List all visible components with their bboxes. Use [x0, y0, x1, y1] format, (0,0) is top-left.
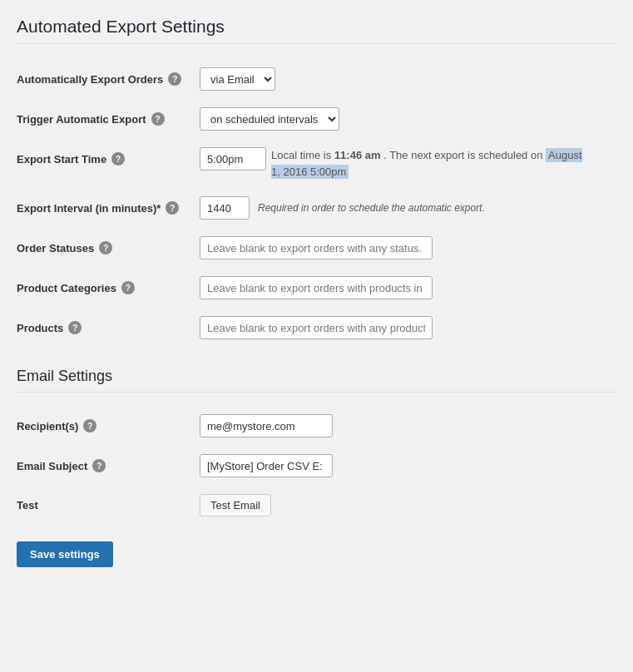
time-note-mid: . The next export is scheduled on: [383, 149, 542, 161]
order-statuses-td: [200, 228, 616, 268]
products-td: [200, 308, 616, 348]
order-statuses-label: Order Statuses ?: [17, 228, 200, 268]
auto-export-label: Automatically Export Orders ?: [17, 59, 200, 99]
auto-export-select[interactable]: via Email via FTP Disabled: [200, 67, 275, 91]
automated-export-settings-table: Automatically Export Orders ? via Email …: [17, 59, 616, 348]
trigger-label: Trigger Automatic Export ?: [17, 99, 200, 139]
trigger-td: on scheduled intervals immediately disab…: [200, 99, 616, 139]
test-label: Test: [17, 486, 200, 525]
email-subject-row: Email Subject ?: [17, 446, 616, 486]
export-interval-input[interactable]: [200, 196, 250, 220]
time-note-prefix: Local time is: [271, 149, 331, 161]
auto-export-td: via Email via FTP Disabled: [200, 59, 616, 99]
product-categories-td: [200, 268, 616, 308]
export-interval-help-icon[interactable]: ?: [166, 201, 179, 215]
recipients-label: Recipient(s) ?: [17, 406, 200, 446]
trigger-help-icon[interactable]: ?: [151, 112, 165, 126]
products-help-icon[interactable]: ?: [68, 321, 82, 334]
email-settings-title: Email Settings: [17, 368, 616, 393]
export-start-time-help-icon[interactable]: ?: [111, 152, 125, 166]
test-td: Test Email: [200, 486, 616, 525]
email-subject-help-icon[interactable]: ?: [92, 459, 106, 472]
order-statuses-row: Order Statuses ?: [17, 228, 616, 268]
product-categories-row: Product Categories ?: [17, 268, 616, 308]
product-categories-label: Product Categories ?: [17, 268, 200, 308]
email-subject-input[interactable]: [200, 454, 333, 477]
page-title: Automated Export Settings: [17, 17, 616, 44]
export-interval-label: Export Interval (in minutes)* ?: [17, 188, 200, 228]
export-start-time-row: Export Start Time ? Local time is 11:46 …: [17, 139, 616, 188]
export-interval-td: Required in order to schedule the automa…: [200, 188, 616, 228]
order-statuses-help-icon[interactable]: ?: [99, 241, 112, 254]
local-time-value: 11:46 am: [334, 149, 381, 161]
products-label: Products ?: [17, 308, 200, 348]
product-categories-help-icon[interactable]: ?: [121, 281, 135, 294]
export-start-time-label: Export Start Time ?: [17, 139, 200, 188]
auto-export-row: Automatically Export Orders ? via Email …: [17, 59, 616, 99]
products-input[interactable]: [200, 316, 433, 339]
email-subject-td: [200, 446, 616, 486]
products-row: Products ?: [17, 308, 616, 348]
recipients-input[interactable]: [200, 414, 333, 437]
order-statuses-input[interactable]: [200, 236, 433, 259]
save-settings-button[interactable]: Save settings: [17, 541, 113, 567]
test-row: Test Test Email: [17, 486, 616, 525]
trigger-row: Trigger Automatic Export ? on scheduled …: [17, 99, 616, 139]
export-interval-row: Export Interval (in minutes)* ? Required…: [17, 188, 616, 228]
product-categories-input[interactable]: [200, 276, 433, 299]
export-interval-note: Required in order to schedule the automa…: [258, 202, 485, 214]
email-subject-label: Email Subject ?: [17, 446, 200, 486]
test-email-button[interactable]: Test Email: [200, 494, 271, 516]
export-start-time-input[interactable]: [200, 147, 266, 170]
auto-export-help-icon[interactable]: ?: [168, 72, 181, 86]
export-start-time-note: Local time is 11:46 am . The next export…: [271, 147, 587, 180]
recipients-row: Recipient(s) ?: [17, 406, 616, 446]
email-settings-table: Recipient(s) ? Email Subject ?: [17, 406, 616, 525]
export-start-time-td: Local time is 11:46 am . The next export…: [200, 139, 616, 188]
recipients-td: [200, 406, 616, 446]
trigger-select[interactable]: on scheduled intervals immediately disab…: [200, 107, 339, 131]
recipients-help-icon[interactable]: ?: [83, 419, 96, 432]
